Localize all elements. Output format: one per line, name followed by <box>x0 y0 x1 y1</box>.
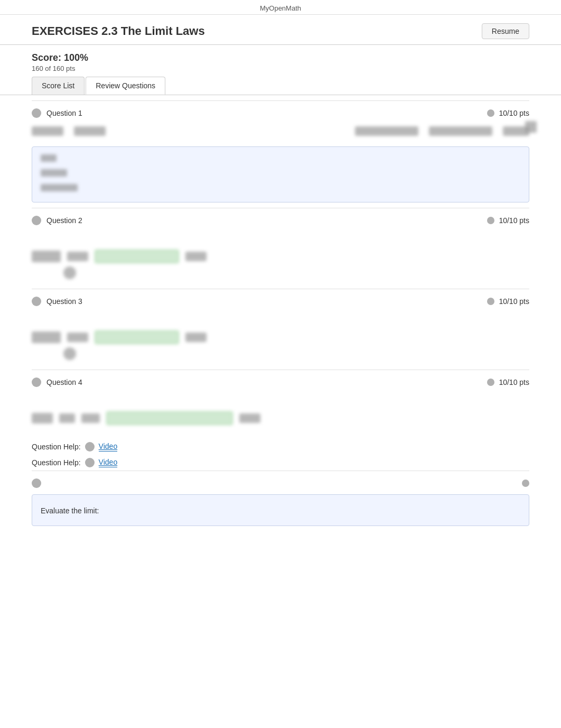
question-1-score-value: 10/10 pts <box>499 109 529 117</box>
question-4-left: Question 4 <box>32 377 82 387</box>
question-4-math-row <box>32 411 529 425</box>
site-name: MyOpenMath <box>260 4 301 12</box>
question-4-indicator <box>32 377 41 387</box>
video-link-1[interactable]: Video <box>99 442 118 451</box>
help-icon-1 <box>85 442 95 451</box>
q1-line-2 <box>41 169 520 177</box>
question-3-score-value: 10/10 pts <box>499 297 529 306</box>
q3-circle <box>63 347 76 360</box>
question-3-indicator <box>32 297 41 306</box>
question-4-score-value: 10/10 pts <box>499 378 529 386</box>
question-1-top-math <box>32 126 529 136</box>
q2-blur-3 <box>185 252 207 261</box>
page-title: EXERCISES 2.3 The Limit Laws <box>32 24 205 38</box>
q1-line-3 <box>41 184 520 191</box>
question-2-label: Question 2 <box>46 216 82 225</box>
q4-blur-4 <box>239 413 260 423</box>
q3-answer-box[interactable] <box>95 330 179 344</box>
question-1-inner <box>41 154 520 195</box>
tab-review-questions[interactable]: Review Questions <box>86 77 165 95</box>
q1-blur-4 <box>429 126 492 136</box>
score-label: Score: 100% <box>32 52 529 63</box>
question-1-score-dot <box>487 109 494 117</box>
evaluate-text: Evaluate the limit: <box>41 506 520 515</box>
q2-circle <box>63 266 76 279</box>
question-4-content <box>32 390 529 439</box>
score-points: 160 of 160 pts <box>32 64 529 72</box>
q3-blur-1 <box>32 331 61 343</box>
question-5-left <box>32 478 41 488</box>
top-bar: MyOpenMath <box>0 0 561 15</box>
question-4-score-dot <box>487 379 494 386</box>
question-2-sub-row <box>32 266 529 279</box>
question-2-content <box>32 228 529 289</box>
score-section: Score: 100% 160 of 160 pts <box>0 45 561 77</box>
q1-blur-1 <box>32 126 63 136</box>
q4-answer-box[interactable] <box>106 411 233 425</box>
question-3-row: Question 3 10/10 pts <box>32 289 529 309</box>
question-1-row: Question 1 10/10 pts <box>32 100 529 121</box>
q1-superscript <box>525 121 537 133</box>
question-3-left: Question 3 <box>32 297 82 306</box>
question-3-content <box>32 309 529 370</box>
question-2-left: Question 2 <box>32 216 82 225</box>
question-3-label: Question 3 <box>46 297 82 306</box>
question-3-score: 10/10 pts <box>487 297 529 306</box>
page-header: EXERCISES 2.3 The Limit Laws Resume <box>0 15 561 45</box>
question-4-score: 10/10 pts <box>487 378 529 386</box>
question-2-score: 10/10 pts <box>487 216 529 225</box>
q4-blur-2 <box>59 413 75 423</box>
q3-blur-2 <box>67 333 88 342</box>
q4-blur-3 <box>81 413 100 423</box>
q1-tiny-1 <box>41 154 57 162</box>
question-2-indicator <box>32 216 41 225</box>
tabs-container: Score List Review Questions <box>0 77 561 95</box>
question-5-score-area <box>522 480 529 487</box>
question-help-1: Question Help: Video <box>32 439 529 455</box>
tab-score-list[interactable]: Score List <box>32 77 85 95</box>
q1-blur-3 <box>355 126 418 136</box>
question-1-answer-area <box>32 146 529 202</box>
question-3-math-row <box>32 330 529 344</box>
question-2-score-dot <box>487 217 494 224</box>
question-1-score: 10/10 pts <box>487 109 529 117</box>
question-1-indicator <box>32 108 41 118</box>
q1-blur-super <box>503 126 529 136</box>
q1-blur-2 <box>74 126 106 136</box>
question-1-left: Question 1 <box>32 108 82 118</box>
main-content: Question 1 10/10 pts <box>0 95 561 547</box>
question-4-label: Question 4 <box>46 378 82 386</box>
question-2-score-value: 10/10 pts <box>499 216 529 225</box>
question-1-math-row <box>32 121 529 143</box>
question-help-2: Question Help: Video <box>32 455 529 471</box>
question-4-row: Question 4 10/10 pts <box>32 370 529 390</box>
question-1-label: Question 1 <box>46 109 82 117</box>
help-icon-2 <box>85 458 95 467</box>
question-2-math-row <box>32 250 529 263</box>
q1-tiny-3 <box>41 184 78 191</box>
help-label-2: Question Help: <box>32 458 81 467</box>
resume-button[interactable]: Resume <box>482 23 529 39</box>
q2-answer-box[interactable] <box>95 250 179 263</box>
question-5-content: Evaluate the limit: <box>32 494 529 526</box>
question-3-score-dot <box>487 298 494 305</box>
question-3-sub-row <box>32 347 529 360</box>
help-label-1: Question Help: <box>32 443 81 451</box>
q1-line-1 <box>41 154 520 162</box>
video-link-2[interactable]: Video <box>99 458 118 467</box>
q4-blur-1 <box>32 413 53 423</box>
question-5-score-dot <box>522 480 529 487</box>
question-5-indicator <box>32 478 41 488</box>
q2-blur-1 <box>32 251 61 262</box>
question-2-row: Question 2 10/10 pts <box>32 208 529 228</box>
q1-tiny-2 <box>41 169 67 177</box>
q2-blur-2 <box>67 252 88 261</box>
q3-blur-3 <box>185 333 207 342</box>
question-5-row <box>32 471 529 491</box>
